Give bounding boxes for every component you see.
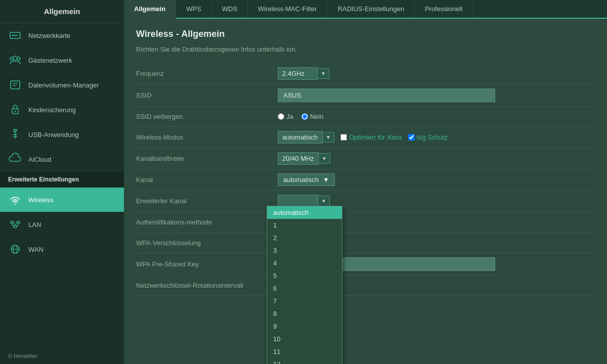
page-title: Wireless - Allgemein	[136, 29, 595, 39]
ssid-verbergen-field: Ja Nein	[278, 107, 595, 127]
kanal-dropdown: automatisch 1 2 3 4 5 6 7 8 9 10 11 12 1…	[267, 206, 342, 364]
tab-radius[interactable]: RADIUS-Einstellungen	[327, 0, 415, 18]
bg-schutz-checkbox-label[interactable]: b/g Schutz	[408, 133, 448, 141]
wireless-modus-field: automatisch ▼ Optimiert für Xbox b/g Sch…	[278, 127, 595, 148]
sidebar-item-label: Wireless	[28, 196, 54, 204]
kanal-select-wrapper: automatisch ▼	[278, 173, 335, 186]
sidebar-item-label: Netzwerkkarte	[28, 32, 70, 39]
sidebar-item-lan[interactable]: LAN	[0, 212, 124, 237]
ssid-label: SSID	[136, 84, 278, 107]
ssid-verbergen-group: Ja Nein	[278, 113, 595, 120]
tab-allgemein[interactable]: Allgemein	[124, 0, 176, 19]
cloud-icon	[8, 152, 22, 166]
wireless-modus-select[interactable]: automatisch	[278, 131, 323, 144]
kanalbandbreite-select[interactable]: 20/40 MHz	[278, 152, 319, 165]
bg-schutz-checkbox[interactable]	[408, 134, 415, 141]
svg-point-4	[10, 57, 13, 60]
kanal-option-3[interactable]: 3	[267, 244, 342, 257]
svg-rect-13	[11, 221, 14, 223]
settings-form: Frequenz 2.4GHz ▼ SSID ASUS	[136, 63, 595, 296]
ssid-nein-radio[interactable]: Nein	[301, 113, 324, 120]
wpa-verschl-label: WPA-Verschlüsselung	[136, 233, 278, 253]
kanal-option-4[interactable]: 4	[267, 257, 342, 269]
svg-point-3	[13, 56, 17, 60]
kanal-option-10[interactable]: 10	[267, 333, 342, 345]
sidebar-item-label: LAN	[28, 221, 41, 229]
kanal-row: Kanal automatisch ▼	[136, 169, 595, 191]
page-subtitle: Richten Sie die Drahtlosbezogenen Infos …	[136, 46, 595, 53]
sidebar-item-label: USB-Anwendung	[28, 131, 79, 139]
kanalbandbreite-row: Kanalbandbreite 20/40 MHz ▼	[136, 148, 595, 169]
xbox-checkbox-label[interactable]: Optimiert für Xbox	[340, 133, 402, 141]
ssid-nein-label: Nein	[310, 113, 324, 120]
tab-professionell[interactable]: Professionell	[415, 0, 473, 18]
frequenz-select[interactable]: 2.4GHz	[278, 67, 318, 80]
kanalbandbreite-label: Kanalbandbreite	[136, 148, 278, 169]
kanal-label: Kanal	[136, 169, 278, 191]
sidebar-item-label: Gästenetzwerk	[28, 57, 72, 64]
wan-icon	[8, 242, 22, 256]
kanal-option-7[interactable]: 7	[267, 295, 342, 307]
frequenz-field: 2.4GHz ▼	[278, 63, 595, 84]
frequenz-label: Frequenz	[136, 63, 278, 84]
kanal-option-8[interactable]: 8	[267, 307, 342, 320]
tab-wps[interactable]: WPS	[176, 0, 212, 18]
page-body: Wireless - Allgemein Richten Sie die Dra…	[124, 19, 607, 364]
kanal-field: automatisch ▼	[278, 169, 595, 191]
svg-point-2	[12, 35, 14, 36]
guest-network-icon	[8, 53, 22, 67]
kanalbandbreite-field: 20/40 MHz ▼	[278, 148, 595, 169]
sidebar-item-label: WAN	[28, 246, 44, 253]
sidebar-item-wan[interactable]: WAN	[0, 237, 124, 262]
sidebar-item-datenvolumen[interactable]: Datenvolumen-Manager	[0, 73, 124, 98]
erweiterter-kanal-arrow[interactable]: ▼	[318, 196, 330, 206]
auth-row: Authentifikations-methode ▼	[136, 212, 595, 233]
auth-label: Authentifikations-methode	[136, 212, 278, 233]
sidebar-item-netzwerkkarte[interactable]: Netzwerkkarte	[0, 23, 124, 48]
wifi-icon	[8, 193, 22, 207]
sidebar-item-gaestenetzwerk[interactable]: Gästenetzwerk	[0, 48, 124, 73]
network-card-icon	[8, 28, 22, 42]
kanalbandbreite-select-wrapper: 20/40 MHz ▼	[278, 152, 330, 165]
sidebar-item-label: Datenvolumen-Manager	[28, 81, 99, 89]
kanalbandbreite-arrow[interactable]: ▼	[319, 153, 330, 164]
ssid-verbergen-row: SSID verbergen Ja Nein	[136, 107, 595, 127]
kanal-select-display[interactable]: automatisch ▼	[278, 173, 335, 186]
kanal-option-1[interactable]: 1	[267, 219, 342, 232]
kanal-option-11[interactable]: 11	[267, 345, 342, 358]
sidebar-footer: © Hersteller	[0, 348, 124, 364]
sidebar-item-wireless[interactable]: Wireless	[0, 188, 124, 212]
sidebar-item-aicloud[interactable]: AiCloud	[0, 147, 124, 172]
xbox-checkbox[interactable]	[340, 134, 347, 141]
wpa-verschl-row: WPA-Verschlüsselung	[136, 233, 595, 253]
svg-rect-14	[17, 221, 20, 223]
kanal-option-2[interactable]: 2	[267, 232, 342, 244]
xbox-label: Optimiert für Xbox	[349, 133, 402, 141]
wireless-modus-arrow[interactable]: ▼	[323, 132, 334, 143]
tab-mac-filter[interactable]: Wireless-MAC-Filter	[248, 0, 327, 18]
kanal-option-9[interactable]: 9	[267, 320, 342, 333]
kanal-option-6[interactable]: 6	[267, 282, 342, 295]
kanal-option-automatisch[interactable]: automatisch	[267, 206, 342, 219]
erweiterter-kanal-row: Erweiterter Kanal ▼	[136, 191, 595, 212]
parental-icon	[8, 103, 22, 117]
sidebar-item-kindersicherung[interactable]: Kindersicherung	[0, 98, 124, 122]
ssid-ja-radio[interactable]: Ja	[278, 113, 293, 120]
tab-wds[interactable]: WDS	[212, 0, 248, 18]
wpa-key-label: WPA Pre-Shared Key	[136, 253, 278, 276]
frequenz-dropdown-arrow[interactable]: ▼	[318, 68, 329, 79]
ssid-input[interactable]: ASUS	[278, 88, 495, 102]
ssid-ja-input[interactable]	[278, 113, 284, 120]
ssid-nein-input[interactable]	[301, 113, 308, 120]
svg-point-12	[15, 203, 16, 204]
tabs-bar: Allgemein WPS WDS Wireless-MAC-Filter RA…	[124, 0, 607, 19]
frequenz-select-wrapper: 2.4GHz ▼	[278, 67, 329, 80]
ssid-verbergen-label: SSID verbergen	[136, 107, 278, 127]
erweiterter-kanal-label: Erweiterter Kanal	[136, 191, 278, 212]
sidebar-item-usb[interactable]: USB-Anwendung	[0, 122, 124, 147]
sidebar-item-label: AiCloud	[28, 156, 52, 163]
kanal-option-12[interactable]: 12	[267, 358, 342, 364]
advanced-section-header: Erweiterte Einstellungen	[0, 172, 124, 188]
kanal-option-5[interactable]: 5	[267, 269, 342, 282]
data-volume-icon	[8, 78, 22, 92]
